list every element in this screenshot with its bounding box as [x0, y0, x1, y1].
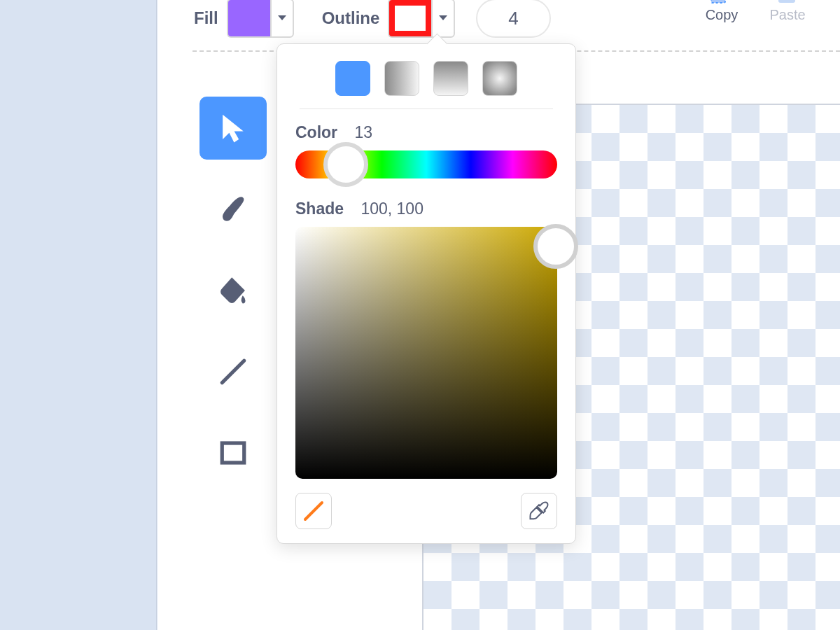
- shade-label: Shade: [295, 200, 344, 218]
- paint-editor-main: Fill Outline 4 Copy: [158, 0, 840, 630]
- stroke-width-value: 4: [508, 8, 518, 29]
- outline-color-swatch[interactable]: [388, 0, 431, 38]
- svg-line-4: [222, 360, 244, 383]
- copy-paste-group: Copy Paste: [689, 0, 820, 23]
- fill-swatch[interactable]: [227, 0, 294, 38]
- outline-dropdown-caret[interactable]: [431, 0, 455, 38]
- rectangle-icon: [218, 438, 248, 468]
- fill-mode-row: [300, 61, 553, 109]
- no-color-icon: [302, 499, 326, 523]
- tool-column: [200, 97, 270, 503]
- line-icon: [218, 357, 248, 386]
- paste-icon: [755, 0, 820, 4]
- outline-swatch[interactable]: [388, 0, 455, 38]
- fill-mode-horizontal-gradient[interactable]: [384, 61, 419, 96]
- color-value: 13: [354, 123, 372, 141]
- fill-mode-solid[interactable]: [335, 61, 370, 96]
- chevron-down-icon: [277, 15, 287, 22]
- fill-mode-vertical-gradient[interactable]: [433, 61, 468, 96]
- svg-rect-2: [778, 0, 795, 3]
- fill-tool[interactable]: [200, 259, 267, 322]
- fill-label: Fill: [194, 8, 218, 28]
- outline-label: Outline: [322, 8, 380, 28]
- svg-rect-0: [711, 0, 725, 3]
- stroke-width-input[interactable]: 4: [476, 0, 550, 38]
- color-row-label: Color 13: [295, 123, 557, 142]
- brush-icon: [218, 195, 248, 224]
- chevron-down-icon: [438, 15, 448, 22]
- shade-value: 100, 100: [360, 200, 424, 218]
- copy-button[interactable]: Copy: [689, 0, 755, 23]
- hue-slider-thumb[interactable]: [323, 142, 368, 187]
- copy-icon: [689, 0, 755, 4]
- rectangle-tool[interactable]: [200, 421, 267, 484]
- shade-picker-area[interactable]: [295, 227, 557, 479]
- copy-label: Copy: [689, 7, 755, 23]
- svg-line-6: [305, 503, 322, 519]
- paint-toolbar: Fill Outline 4 Copy: [158, 0, 840, 49]
- color-picker-popup: Color 13 Shade 100, 100: [276, 43, 576, 544]
- paste-label: Paste: [755, 7, 820, 23]
- shade-row-label: Shade 100, 100: [295, 200, 557, 218]
- shade-picker-thumb[interactable]: [533, 224, 578, 269]
- paint-bucket-icon: [218, 276, 248, 305]
- paste-button[interactable]: Paste: [755, 0, 820, 23]
- no-color-button[interactable]: [295, 493, 332, 529]
- fill-dropdown-caret[interactable]: [270, 0, 294, 38]
- color-label: Color: [295, 123, 337, 141]
- fill-color-swatch[interactable]: [227, 0, 270, 38]
- fill-mode-radial-gradient[interactable]: [482, 61, 517, 96]
- brush-tool[interactable]: [200, 178, 267, 241]
- line-tool[interactable]: [200, 340, 267, 403]
- arrow-cursor-icon: [218, 113, 248, 143]
- eyedropper-icon: [528, 500, 550, 522]
- select-tool[interactable]: [200, 97, 267, 160]
- picker-bottom-row: [295, 493, 557, 529]
- svg-rect-5: [222, 443, 244, 463]
- hue-slider[interactable]: [295, 150, 557, 178]
- left-panel-edge: [0, 0, 158, 630]
- eyedropper-button[interactable]: [521, 493, 557, 529]
